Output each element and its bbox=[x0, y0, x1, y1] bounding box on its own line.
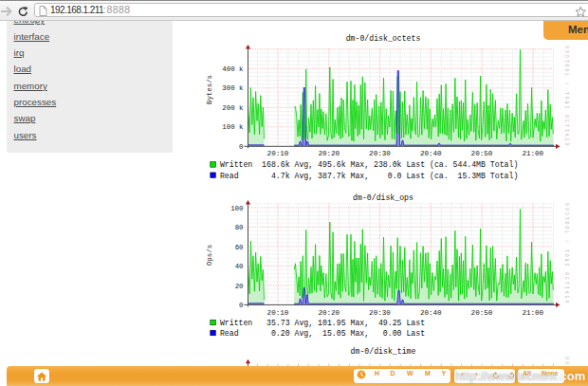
svg-text:100 k: 100 k bbox=[222, 123, 244, 131]
svg-text:21:00: 21:00 bbox=[522, 150, 543, 157]
svg-text:Written 35.73 Avg, 101.95 Ma: Written 35.73 Avg, 101.95 Max, 49.25 Las… bbox=[220, 319, 425, 327]
svg-text:20:40: 20:40 bbox=[420, 309, 442, 317]
svg-text:Read 0.20 Avg, 15.05 Ma: Read 0.20 Avg, 15.05 Max, 0.00 Last bbox=[220, 329, 425, 338]
svg-text:dm-0/disk_time: dm-0/disk_time bbox=[351, 347, 416, 356]
svg-text:Ops/s: Ops/s bbox=[206, 245, 213, 266]
svg-text:100: 100 bbox=[230, 205, 243, 212]
svg-text:20:30: 20:30 bbox=[369, 309, 391, 317]
svg-text:Bytes/s: Bytes/s bbox=[206, 75, 213, 104]
svg-text:400 k: 400 k bbox=[222, 65, 244, 73]
svg-text:Read 4.7k Avg, 387.7k Ma: Read 4.7k Avg, 387.7k Max, 0.0 Last (ca.… bbox=[220, 172, 518, 180]
svg-text:20: 20 bbox=[235, 283, 244, 290]
svg-text:200 k: 200 k bbox=[222, 104, 244, 112]
svg-text:20:20: 20:20 bbox=[318, 309, 340, 317]
svg-text:RRDTOOL / TOBI OETIKER: RRDTOOL / TOBI OETIKER bbox=[564, 203, 569, 304]
svg-text:dm-0/disk_ops: dm-0/disk_ops bbox=[353, 193, 413, 202]
svg-text:20:30: 20:30 bbox=[369, 150, 391, 157]
svg-text:Written 168.6k Avg, 495.6k Ma: Written 168.6k Avg, 495.6k Max, 238.0k L… bbox=[220, 160, 518, 169]
svg-text:20:10: 20:10 bbox=[267, 309, 289, 317]
svg-text:80: 80 bbox=[235, 224, 244, 231]
svg-text:RRDTOOL / TOBI OETIKER: RRDTOOL / TOBI OETIKER bbox=[564, 46, 569, 147]
svg-text:20:40: 20:40 bbox=[420, 150, 442, 157]
svg-text:0: 0 bbox=[239, 302, 243, 309]
svg-text:dm-0/disk_octets: dm-0/disk_octets bbox=[346, 34, 421, 43]
svg-text:300 k: 300 k bbox=[222, 84, 244, 92]
svg-text:20:20: 20:20 bbox=[318, 150, 340, 157]
svg-text:21:00: 21:00 bbox=[522, 309, 543, 317]
svg-text:0: 0 bbox=[239, 143, 243, 151]
svg-text:60: 60 bbox=[235, 244, 244, 251]
svg-text:20:50: 20:50 bbox=[471, 150, 493, 157]
svg-text:20:50: 20:50 bbox=[471, 309, 493, 317]
svg-text:20:10: 20:10 bbox=[267, 150, 289, 157]
svg-text:40: 40 bbox=[235, 263, 244, 270]
